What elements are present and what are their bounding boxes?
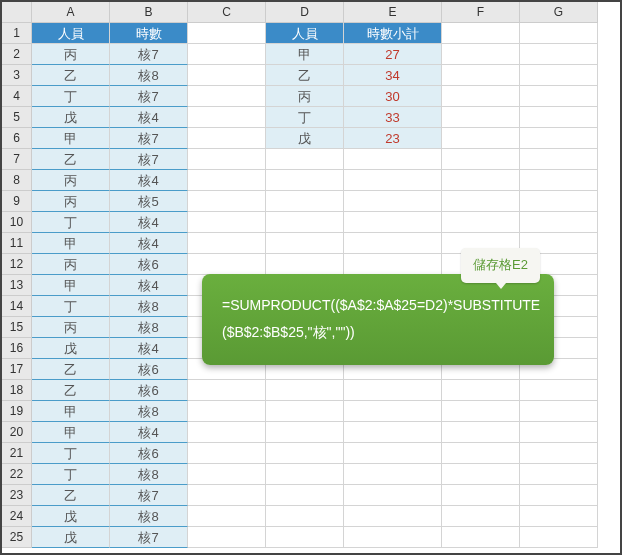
cell-B2[interactable]: 核7 — [110, 44, 188, 65]
cell-D19[interactable] — [266, 401, 344, 422]
cell-C10[interactable] — [188, 212, 266, 233]
cell-C6[interactable] — [188, 128, 266, 149]
cell-F23[interactable] — [442, 485, 520, 506]
row-header-1[interactable]: 1 — [2, 23, 32, 44]
cell-B6[interactable]: 核7 — [110, 128, 188, 149]
cell-G22[interactable] — [520, 464, 598, 485]
cell-A25[interactable]: 戊 — [32, 527, 110, 548]
cell-B24[interactable]: 核8 — [110, 506, 188, 527]
cell-B22[interactable]: 核8 — [110, 464, 188, 485]
cell-E10[interactable] — [344, 212, 442, 233]
cell-A23[interactable]: 乙 — [32, 485, 110, 506]
cell-E22[interactable] — [344, 464, 442, 485]
cell-F4[interactable] — [442, 86, 520, 107]
cell-B9[interactable]: 核5 — [110, 191, 188, 212]
row-header-9[interactable]: 9 — [2, 191, 32, 212]
cell-A3[interactable]: 乙 — [32, 65, 110, 86]
row-header-24[interactable]: 24 — [2, 506, 32, 527]
cell-G1[interactable] — [520, 23, 598, 44]
cell-A9[interactable]: 丙 — [32, 191, 110, 212]
row-header-12[interactable]: 12 — [2, 254, 32, 275]
col-header-A[interactable]: A — [32, 2, 110, 23]
cell-C18[interactable] — [188, 380, 266, 401]
cell-A14[interactable]: 丁 — [32, 296, 110, 317]
row-header-14[interactable]: 14 — [2, 296, 32, 317]
cell-B3[interactable]: 核8 — [110, 65, 188, 86]
row-header-4[interactable]: 4 — [2, 86, 32, 107]
cell-D10[interactable] — [266, 212, 344, 233]
cell-B16[interactable]: 核4 — [110, 338, 188, 359]
cell-B20[interactable]: 核4 — [110, 422, 188, 443]
cell-D18[interactable] — [266, 380, 344, 401]
cell-E21[interactable] — [344, 443, 442, 464]
cell-D25[interactable] — [266, 527, 344, 548]
row-header-3[interactable]: 3 — [2, 65, 32, 86]
cell-C9[interactable] — [188, 191, 266, 212]
cell-C8[interactable] — [188, 170, 266, 191]
row-header-16[interactable]: 16 — [2, 338, 32, 359]
cell-E25[interactable] — [344, 527, 442, 548]
cell-C24[interactable] — [188, 506, 266, 527]
cell-D8[interactable] — [266, 170, 344, 191]
row-header-17[interactable]: 17 — [2, 359, 32, 380]
cell-B5[interactable]: 核4 — [110, 107, 188, 128]
cell-B21[interactable]: 核6 — [110, 443, 188, 464]
cell-G10[interactable] — [520, 212, 598, 233]
cell-A17[interactable]: 乙 — [32, 359, 110, 380]
row-header-10[interactable]: 10 — [2, 212, 32, 233]
row-header-18[interactable]: 18 — [2, 380, 32, 401]
cell-F10[interactable] — [442, 212, 520, 233]
cell-C19[interactable] — [188, 401, 266, 422]
cell-E9[interactable] — [344, 191, 442, 212]
cell-A19[interactable]: 甲 — [32, 401, 110, 422]
cell-F18[interactable] — [442, 380, 520, 401]
cell-B7[interactable]: 核7 — [110, 149, 188, 170]
cell-A8[interactable]: 丙 — [32, 170, 110, 191]
cell-G5[interactable] — [520, 107, 598, 128]
cell-B4[interactable]: 核7 — [110, 86, 188, 107]
cell-F1[interactable] — [442, 23, 520, 44]
cell-F5[interactable] — [442, 107, 520, 128]
cell-B23[interactable]: 核7 — [110, 485, 188, 506]
row-header-7[interactable]: 7 — [2, 149, 32, 170]
cell-F9[interactable] — [442, 191, 520, 212]
cell-E12[interactable] — [344, 254, 442, 275]
cell-G20[interactable] — [520, 422, 598, 443]
cell-G7[interactable] — [520, 149, 598, 170]
cell-G2[interactable] — [520, 44, 598, 65]
cell-G25[interactable] — [520, 527, 598, 548]
cell-A13[interactable]: 甲 — [32, 275, 110, 296]
cell-D5[interactable]: 丁 — [266, 107, 344, 128]
cell-G19[interactable] — [520, 401, 598, 422]
cell-C4[interactable] — [188, 86, 266, 107]
cell-G18[interactable] — [520, 380, 598, 401]
cell-G24[interactable] — [520, 506, 598, 527]
cell-G23[interactable] — [520, 485, 598, 506]
cell-B25[interactable]: 核7 — [110, 527, 188, 548]
cell-D11[interactable] — [266, 233, 344, 254]
row-header-11[interactable]: 11 — [2, 233, 32, 254]
cell-B12[interactable]: 核6 — [110, 254, 188, 275]
cell-F7[interactable] — [442, 149, 520, 170]
cell-C12[interactable] — [188, 254, 266, 275]
cell-E8[interactable] — [344, 170, 442, 191]
row-header-19[interactable]: 19 — [2, 401, 32, 422]
cell-F3[interactable] — [442, 65, 520, 86]
cell-E6[interactable]: 23 — [344, 128, 442, 149]
cell-F20[interactable] — [442, 422, 520, 443]
cell-D12[interactable] — [266, 254, 344, 275]
cell-E4[interactable]: 30 — [344, 86, 442, 107]
cell-C25[interactable] — [188, 527, 266, 548]
cell-C23[interactable] — [188, 485, 266, 506]
cell-G6[interactable] — [520, 128, 598, 149]
cell-C1[interactable] — [188, 23, 266, 44]
cell-C22[interactable] — [188, 464, 266, 485]
cell-A5[interactable]: 戊 — [32, 107, 110, 128]
row-header-21[interactable]: 21 — [2, 443, 32, 464]
cell-B8[interactable]: 核4 — [110, 170, 188, 191]
cell-F21[interactable] — [442, 443, 520, 464]
cell-B19[interactable]: 核8 — [110, 401, 188, 422]
cell-G8[interactable] — [520, 170, 598, 191]
row-header-23[interactable]: 23 — [2, 485, 32, 506]
cell-B13[interactable]: 核4 — [110, 275, 188, 296]
